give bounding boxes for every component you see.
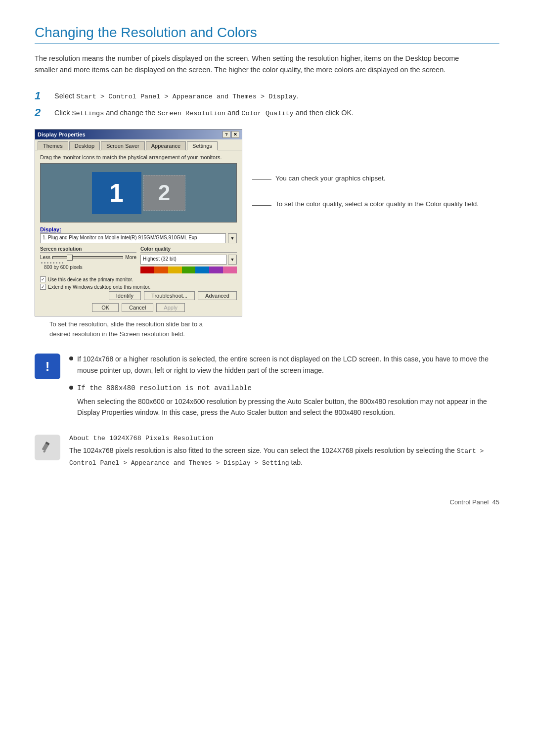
color-quality-value[interactable]: Highest (32 bit) xyxy=(140,255,227,265)
warning-bullet-1-text: If 1024x768 or a higher resolution is se… xyxy=(77,354,499,376)
note-2: ——— To set the color quality, select a c… xyxy=(252,199,499,210)
note-body: The 1024x768 pixels resolution is also f… xyxy=(69,445,499,469)
svg-marker-1 xyxy=(43,451,46,453)
step-2-mono1: Settings xyxy=(72,110,104,117)
footer-label: Control Panel xyxy=(450,498,489,506)
step-2: 2 Click Settings and change the Screen R… xyxy=(35,107,499,119)
note-1-text: You can check your graphics chipset. xyxy=(275,174,385,183)
slider-track[interactable] xyxy=(52,256,123,259)
note-1: ——— You can check your graphics chipset. xyxy=(252,174,499,184)
help-button[interactable]: ? xyxy=(222,131,230,138)
warning-content: If 1024x768 or a higher resolution is se… xyxy=(69,354,499,425)
note-2-text: To set the color quality, select a color… xyxy=(275,199,479,209)
checkbox-extend-label: Extend my Windows desktop onto this moni… xyxy=(48,284,150,290)
warning-bullet-2: If the 800x480 resolution is not availab… xyxy=(69,383,499,418)
display-row: Display: 1. Plug and Play Monitor on Mob… xyxy=(40,226,237,243)
caption-below: To set the resolution, slide the resolut… xyxy=(49,319,203,339)
dialog-area: Display Properties ? ✕ Themes Desktop Sc… xyxy=(35,129,499,339)
checkbox-extend-input[interactable]: ✓ xyxy=(40,284,46,290)
dialog-tabs: Themes Desktop Screen Saver Appearance S… xyxy=(35,139,242,150)
bullet-dot-2 xyxy=(69,386,73,390)
cancel-button[interactable]: Cancel xyxy=(122,303,153,312)
footer-page-num: 45 xyxy=(492,498,499,506)
intro-paragraph: The resolution means the number of pixel… xyxy=(35,53,470,76)
color-quality-select-row: Highest (32 bit) ▼ xyxy=(140,255,237,265)
checkbox-primary-label: Use this device as the primary monitor. xyxy=(48,277,133,282)
steps-section: 1 Select Start > Control Panel > Appeara… xyxy=(35,90,499,119)
top-buttons-row: Identify Troubleshoot... Advanced xyxy=(40,291,237,300)
tab-screensaver[interactable]: Screen Saver xyxy=(101,141,145,150)
step-1-text: Select Start > Control Panel > Appearanc… xyxy=(54,90,299,102)
monitor-2: 2 xyxy=(143,175,185,211)
advanced-button[interactable]: Advanced xyxy=(198,291,237,300)
ok-button[interactable]: OK xyxy=(92,303,119,312)
page-title: Changing the Resolution and Colors xyxy=(35,25,499,44)
tab-appearance[interactable]: Appearance xyxy=(146,141,186,150)
titlebar-controls: ? ✕ xyxy=(222,131,239,138)
resolution-value: 800 by 600 pixels xyxy=(44,265,136,270)
apply-button[interactable]: Apply xyxy=(156,303,185,312)
identify-button[interactable]: Identify xyxy=(109,291,141,300)
pencil-icon xyxy=(40,440,55,455)
tab-desktop[interactable]: Desktop xyxy=(69,141,100,150)
display-label: Display: xyxy=(40,226,237,232)
step-2-number: 2 xyxy=(35,106,54,119)
step-1-mono: Start > Control Panel > Appearance and T… xyxy=(76,93,297,100)
warning-bullet-2-title: If the 800x480 resolution is not availab… xyxy=(77,383,499,394)
notes-area: ——— You can check your graphics chipset.… xyxy=(242,129,499,210)
two-col-section: Screen resolution Less More xyxy=(40,246,237,273)
screen-resolution-section: Screen resolution Less More xyxy=(40,246,136,273)
warning-icon: ! xyxy=(35,354,60,379)
note-1-arrow: ——— xyxy=(252,175,271,184)
step-2-mono2: Screen Resolution xyxy=(157,110,225,117)
close-button[interactable]: ✕ xyxy=(231,131,239,138)
color-quality-label: Color quality xyxy=(140,246,237,253)
color-quality-arrow[interactable]: ▼ xyxy=(228,255,237,265)
dialog-instruction: Drag the monitor icons to match the phys… xyxy=(40,154,237,160)
less-label: Less xyxy=(40,255,50,260)
checkbox-extend: ✓ Extend my Windows desktop onto this mo… xyxy=(40,284,237,290)
monitor-preview: 1 2 xyxy=(40,163,237,222)
tab-settings[interactable]: Settings xyxy=(187,141,218,150)
top-buttons: Identify Troubleshoot... Advanced xyxy=(109,291,237,300)
display-select-value[interactable]: 1. Plug and Play Monitor on Mobile Intel… xyxy=(40,233,226,243)
slider-row: Less More xyxy=(40,255,136,260)
dialog-content: Drag the monitor icons to match the phys… xyxy=(35,150,242,316)
screen-resolution-label: Screen resolution xyxy=(40,246,136,253)
warning-section: ! If 1024x768 or a higher resolution is … xyxy=(35,354,499,425)
note-content: About the 1024X768 Pixels Resolution The… xyxy=(69,435,499,469)
step-1: 1 Select Start > Control Panel > Appeara… xyxy=(35,90,499,102)
warning-bullet-1: If 1024x768 or a higher resolution is se… xyxy=(69,354,499,376)
dialog-title: Display Properties xyxy=(38,132,86,137)
checkbox-primary: ✓ Use this device as the primary monitor… xyxy=(40,276,237,282)
slider-dots xyxy=(40,262,136,264)
step-1-number: 1 xyxy=(35,89,54,102)
dialog-titlebar: Display Properties ? ✕ xyxy=(35,130,242,139)
page-footer: Control Panel 45 xyxy=(35,498,499,506)
note-title: About the 1024X768 Pixels Resolution xyxy=(69,435,499,442)
more-label: More xyxy=(125,255,136,260)
display-properties-dialog: Display Properties ? ✕ Themes Desktop Sc… xyxy=(35,129,242,316)
slider-thumb[interactable] xyxy=(67,255,73,261)
color-bar xyxy=(140,267,237,273)
note-body-end: tab. xyxy=(289,458,303,466)
display-select-arrow[interactable]: ▼ xyxy=(228,233,237,243)
monitor-1: 1 xyxy=(92,172,141,214)
color-quality-section: Color quality Highest (32 bit) ▼ xyxy=(140,246,237,273)
step-2-mono3: Color Quality xyxy=(241,110,293,117)
step-2-text: Click Settings and change the Screen Res… xyxy=(54,107,354,119)
bullet-dot-1 xyxy=(69,356,73,360)
note-section: About the 1024X768 Pixels Resolution The… xyxy=(35,435,499,469)
note-body-start: The 1024x768 pixels resolution is also f… xyxy=(69,446,457,454)
note-icon xyxy=(35,435,60,460)
bottom-buttons-row: OK Cancel Apply xyxy=(40,303,237,312)
display-select: 1. Plug and Play Monitor on Mobile Intel… xyxy=(40,233,237,243)
note-2-arrow: ——— xyxy=(252,200,271,210)
warning-bullet-2-content: If the 800x480 resolution is not availab… xyxy=(77,383,499,418)
checkbox-primary-input[interactable]: ✓ xyxy=(40,276,46,282)
tab-themes[interactable]: Themes xyxy=(38,141,68,150)
warning-bullet-2-text: When selecting the 800x600 or 1024x600 r… xyxy=(77,398,487,416)
troubleshoot-button[interactable]: Troubleshoot... xyxy=(144,291,195,300)
